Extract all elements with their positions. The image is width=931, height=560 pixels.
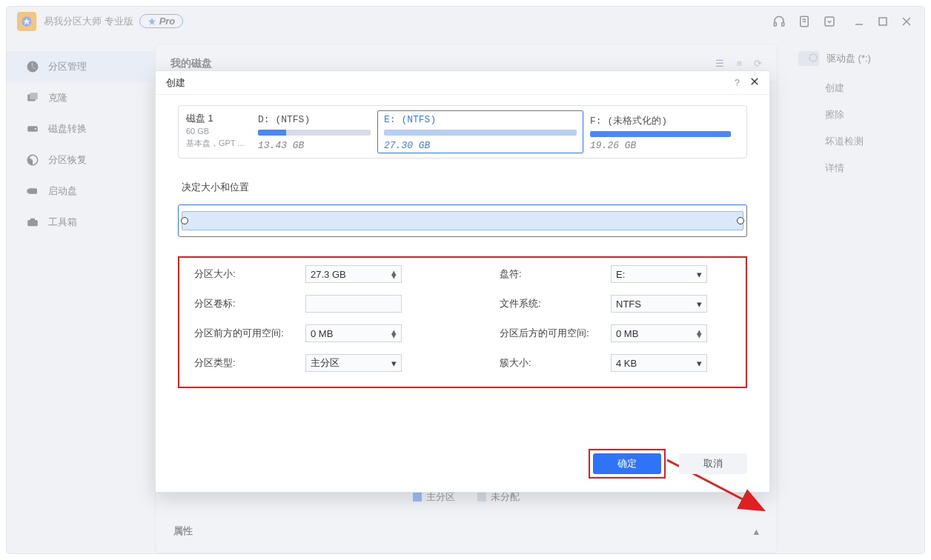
input-volume[interactable]	[305, 295, 402, 313]
spinner-icon[interactable]: ▴▾	[391, 270, 397, 278]
label-before: 分区前方的可用空间:	[194, 327, 305, 340]
spinner-icon[interactable]: ▴▾	[697, 330, 702, 337]
select-fs[interactable]: NTFS ▾	[611, 295, 707, 313]
help-icon[interactable]: ?	[735, 77, 740, 88]
label-volume: 分区卷标:	[194, 297, 305, 310]
spinner-icon[interactable]: ▴▾	[391, 330, 397, 337]
disk-map: 磁盘 1 60 GB 基本盘，GPT ... D: (NTFS) 13.43 G…	[178, 105, 747, 159]
select-letter[interactable]: E: ▾	[611, 265, 707, 283]
select-type[interactable]: 主分区 ▾	[305, 354, 402, 372]
chevron-down-icon: ▾	[697, 358, 702, 369]
chevron-down-icon: ▾	[697, 299, 702, 310]
dialog-buttons: 确定 取消	[589, 449, 747, 479]
chevron-down-icon: ▾	[391, 358, 397, 369]
input-before[interactable]: 0 MB ▴▾	[305, 324, 402, 342]
create-dialog: 创建 ? 磁盘 1 60 GB 基本盘，GPT ... D: (NTFS) 13…	[155, 70, 770, 493]
cancel-button[interactable]: 取消	[679, 453, 747, 474]
label-cluster: 簇大小:	[500, 356, 611, 370]
chevron-down-icon: ▾	[697, 269, 702, 280]
label-fs: 文件系统:	[500, 297, 611, 310]
partition-f[interactable]: F: (未格式化的) 19.26 GB	[583, 110, 738, 153]
form-highlight-box: 分区大小: 27.3 GB ▴▾ 盘符: E: ▾ 分区卷标: 文件系统:	[178, 256, 747, 388]
label-after: 分区后方的可用空间:	[500, 327, 611, 340]
ok-highlight-box: 确定	[589, 449, 666, 479]
slider-handle-right[interactable]	[737, 217, 744, 224]
label-type: 分区类型:	[194, 356, 305, 370]
dialog-titlebar: 创建 ?	[156, 71, 769, 95]
slider-handle-left[interactable]	[181, 217, 188, 224]
input-after[interactable]: 0 MB ▴▾	[611, 324, 707, 342]
dialog-close-icon[interactable]	[750, 77, 759, 88]
label-size: 分区大小:	[194, 267, 305, 281]
partition-e[interactable]: E: (NTFS) 27.30 GB	[377, 110, 583, 153]
partition-d[interactable]: D: (NTFS) 13.43 GB	[251, 110, 377, 153]
ok-button[interactable]: 确定	[593, 453, 661, 474]
section-label: 决定大小和位置	[182, 181, 747, 194]
input-size[interactable]: 27.3 GB ▴▾	[305, 265, 402, 283]
label-letter: 盘符:	[500, 267, 611, 281]
size-slider[interactable]	[178, 204, 747, 237]
select-cluster[interactable]: 4 KB ▾	[611, 354, 707, 372]
disk-info: 磁盘 1 60 GB 基本盘，GPT ...	[183, 110, 251, 153]
dialog-title: 创建	[166, 76, 185, 90]
